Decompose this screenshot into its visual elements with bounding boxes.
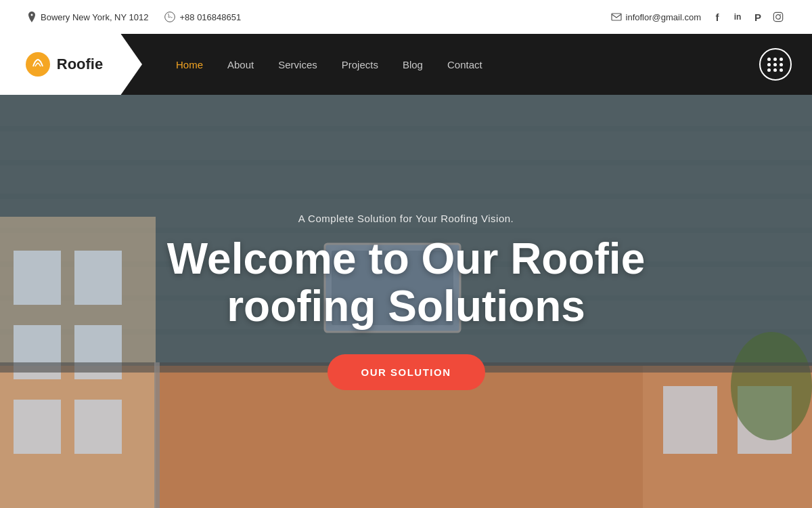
hero-section: A Complete Solution for Your Roofing Vis… bbox=[0, 95, 812, 508]
dot-8 bbox=[773, 68, 777, 72]
address-item: Bowery New York, NY 1012 bbox=[27, 12, 148, 22]
email-item: infoflor@gmail.com bbox=[611, 12, 701, 22]
nav-about[interactable]: About bbox=[227, 59, 254, 70]
logo-box: Roofie bbox=[0, 34, 142, 95]
instagram-icon[interactable] bbox=[771, 10, 785, 24]
dot-3 bbox=[780, 58, 783, 61]
dots-grid bbox=[767, 58, 784, 72]
hero-subtitle: A Complete Solution for Your Roofing Vis… bbox=[298, 213, 514, 224]
pinterest-icon[interactable]: P bbox=[751, 10, 765, 24]
email-text: infoflor@gmail.com bbox=[626, 12, 701, 22]
svg-rect-1 bbox=[612, 14, 621, 20]
nav-home[interactable]: Home bbox=[176, 59, 203, 70]
dot-1 bbox=[767, 58, 771, 61]
logo-text: Roofie bbox=[57, 56, 103, 73]
location-icon bbox=[27, 12, 37, 22]
social-icons: f in P bbox=[710, 10, 785, 24]
svg-rect-2 bbox=[773, 12, 782, 21]
address-text: Bowery New York, NY 1012 bbox=[41, 12, 148, 22]
nav-contact[interactable]: Contact bbox=[447, 59, 482, 70]
linkedin-icon[interactable]: in bbox=[731, 10, 744, 24]
navbar: Roofie Home About Services Projects Blog… bbox=[0, 34, 812, 95]
dot-2 bbox=[773, 58, 777, 61]
phone-item: +88 016848651 bbox=[164, 12, 241, 22]
facebook-icon[interactable]: f bbox=[710, 10, 724, 24]
dot-9 bbox=[780, 68, 783, 72]
cta-button[interactable]: OUR SOLUTION bbox=[328, 354, 485, 390]
dot-4 bbox=[767, 63, 771, 66]
top-bar-right: infoflor@gmail.com f in P bbox=[611, 10, 785, 24]
phone-text: +88 016848651 bbox=[179, 12, 241, 22]
hero-content: A Complete Solution for Your Roofing Vis… bbox=[0, 95, 812, 508]
hero-title: Welcome to Our Roofie roofing Solutions bbox=[135, 235, 677, 331]
top-bar: Bowery New York, NY 1012 +88 016848651 i… bbox=[0, 0, 812, 34]
nav-services[interactable]: Services bbox=[278, 59, 317, 70]
menu-dots-button[interactable] bbox=[759, 48, 792, 81]
nav-links: Home About Services Projects Blog Contac… bbox=[176, 59, 759, 70]
dot-6 bbox=[780, 63, 783, 66]
dot-7 bbox=[767, 68, 771, 72]
logo-icon bbox=[26, 52, 50, 77]
nav-projects[interactable]: Projects bbox=[342, 59, 378, 70]
top-bar-left: Bowery New York, NY 1012 +88 016848651 bbox=[27, 12, 241, 22]
svg-point-3 bbox=[776, 15, 781, 20]
email-icon bbox=[611, 13, 622, 21]
svg-point-4 bbox=[780, 14, 781, 15]
phone-icon bbox=[164, 12, 175, 22]
dot-5 bbox=[773, 63, 777, 66]
nav-blog[interactable]: Blog bbox=[403, 59, 423, 70]
